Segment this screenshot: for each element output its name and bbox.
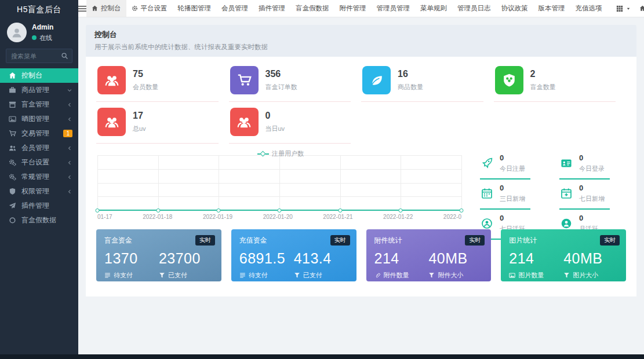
rocket-icon	[480, 157, 494, 169]
stat-card-empty	[494, 102, 616, 144]
topbar: 控制台 平台设置 轮播图管理 会员管理 插件管理 盲盒假数据 附件管理 管理员管…	[78, 0, 644, 17]
sidebar-item-goods[interactable]: 商品管理	[0, 83, 78, 97]
card-value: 40MB	[563, 250, 618, 267]
list-icon	[239, 272, 246, 279]
tab-menu-rules[interactable]: 菜单规则	[415, 0, 452, 17]
gear-icon	[132, 5, 138, 12]
stat-card-empty	[361, 102, 483, 144]
sidebar-item-label: 平台设置	[21, 157, 49, 167]
stat-value: 0	[265, 111, 285, 121]
menu-toggle-icon[interactable]	[78, 0, 86, 17]
circle-icon	[8, 217, 17, 224]
tab-banner[interactable]: 轮播图管理	[173, 0, 217, 17]
stat-label: 盲盒订单数	[265, 83, 297, 91]
page-title: 控制台	[94, 30, 628, 40]
sidebar-search	[6, 49, 72, 63]
stat-value: 17	[133, 111, 146, 121]
sidebar-item-trade[interactable]: 交易管理 1	[0, 126, 78, 141]
money-card-attachment-stats: 附件统计 实时 214 附件数量 40MB 附件大小	[366, 229, 492, 281]
user-name: Admin	[32, 23, 53, 31]
chevron-left-icon	[67, 116, 72, 122]
users-icon	[97, 108, 126, 136]
stat-label: 当日uv	[265, 124, 285, 133]
sidebar-item-label: 商品管理	[21, 85, 49, 95]
sidebar-item-plugins[interactable]: 插件管理	[0, 199, 78, 213]
sidebar-item-label: 盲盒假数据	[21, 215, 56, 225]
tab-fake-data[interactable]: 盲盒假数据	[290, 0, 334, 17]
funnel-icon	[294, 272, 300, 279]
user-circle-filled-icon	[559, 218, 573, 229]
stat-value: 75	[133, 69, 158, 79]
sidebar-item-general[interactable]: 常规管理	[0, 170, 78, 184]
stats-row-1: 75 会员数量 356 盲盒订单数 16 商品数量	[96, 60, 626, 102]
stats-row-2: 17 总uv 0 当日uv	[96, 102, 626, 144]
tab-dashboard[interactable]: 控制台	[86, 0, 126, 17]
stat-label: 盲盒数量	[530, 83, 556, 91]
stat-label: 总uv	[133, 124, 146, 133]
sidebar-item-permissions[interactable]: 权限管理	[0, 184, 78, 199]
sidebar-item-label: 常规管理	[21, 172, 49, 182]
tab-policy[interactable]: 协议政策	[496, 0, 533, 17]
sidebar-item-platform-settings[interactable]: 平台设置	[0, 155, 78, 170]
mini-stat-today-login: 0今日登录	[559, 149, 626, 179]
registered-users-chart: 注册用户数 01-17 2022-01-18 2	[96, 149, 465, 220]
mini-stats-grid: 0今日注册 0今日登录 0三日新增 0七日新增 0七日活跃	[480, 149, 626, 220]
avatar[interactable]	[7, 23, 27, 42]
sidebar: H5盲盒后台 Admin 在线 控制台 商品管理 盲盒管	[0, 0, 78, 359]
data-point	[156, 208, 160, 213]
sidebar-item-label: 交易管理	[21, 129, 49, 138]
chevron-left-icon	[67, 174, 72, 180]
sidebar-item-blindbox[interactable]: 盲盒管理	[0, 97, 78, 112]
tab-members[interactable]: 会员管理	[216, 0, 253, 17]
sidebar-item-members[interactable]: 会员管理	[0, 141, 78, 155]
search-icon[interactable]	[61, 52, 68, 60]
data-point	[278, 208, 282, 213]
stat-card-members: 75 会员数量	[96, 60, 219, 102]
card-value: 1370	[104, 250, 159, 267]
tab-admin-log[interactable]: 管理员日志	[452, 0, 496, 17]
chevron-down-icon	[67, 87, 72, 93]
app-title: H5盲盒后台	[0, 0, 78, 19]
user-status: 在线	[32, 34, 53, 42]
realtime-badge: 实时	[465, 235, 485, 246]
sidebar-item-photos[interactable]: 晒图管理	[0, 112, 78, 126]
sidebar-menu: 控制台 商品管理 盲盒管理 晒图管理 交易管理 1 会员管理	[0, 68, 78, 228]
chevron-left-icon	[67, 102, 72, 108]
stat-card-blindboxes: 2 盲盒数量	[494, 60, 616, 102]
trade-badge: 1	[63, 130, 72, 137]
stat-card-orders: 356 盲盒订单数	[229, 60, 351, 102]
data-point	[96, 208, 100, 213]
sidebar-item-label: 晒图管理	[21, 114, 49, 124]
money-card-blindbox-funds: 盲盒资金 实时 1370 待支付 23700 已支付	[96, 229, 221, 281]
topbar-tabs: 控制台 平台设置 轮播图管理 会员管理 插件管理 盲盒假数据 附件管理 管理员管…	[86, 0, 607, 17]
stat-card-daily-uv: 0 当日uv	[229, 102, 351, 144]
sidebar-item-label: 盲盒管理	[21, 100, 49, 109]
stat-value: 16	[398, 69, 423, 79]
chart-legend[interactable]: 注册用户数	[96, 149, 465, 158]
online-dot-icon	[32, 35, 37, 40]
chart-plot-area	[97, 155, 461, 210]
main-content: 控制台 用于展示当前系统中的统计数据、统计报表及重要实时数据 75 会员数量 3…	[78, 17, 644, 354]
mini-stat-today-registered: 0今日注册	[480, 149, 547, 179]
data-point	[460, 208, 464, 213]
users-icon	[230, 108, 259, 136]
chevron-left-icon	[67, 160, 72, 166]
tab-admins[interactable]: 管理员管理	[372, 0, 416, 17]
id-card-icon	[559, 157, 573, 169]
tab-attachments[interactable]: 附件管理	[334, 0, 372, 17]
grid-menu-button[interactable]	[616, 5, 631, 12]
card-value: 6891.5	[239, 250, 294, 267]
x-axis-labels: 01-17 2022-01-18 2022-01-19 2022-01-20 2…	[97, 214, 461, 220]
tab-platform-settings[interactable]: 平台设置	[126, 0, 173, 17]
tab-plugins[interactable]: 插件管理	[253, 0, 290, 17]
calendar-icon	[480, 188, 494, 199]
chevron-left-icon	[67, 145, 72, 151]
sidebar-item-dashboard[interactable]: 控制台	[0, 68, 78, 83]
tab-version[interactable]: 版本管理	[533, 0, 570, 17]
tab-recharge-options[interactable]: 充值选项	[570, 0, 607, 17]
home-button[interactable]: 主页	[639, 3, 644, 13]
home-icon	[92, 5, 98, 12]
sidebar-item-fake-data[interactable]: 盲盒假数据	[0, 213, 78, 228]
realtime-badge: 实时	[195, 235, 215, 246]
topbar-right: 主页 清除缓存 Admin	[607, 0, 644, 17]
